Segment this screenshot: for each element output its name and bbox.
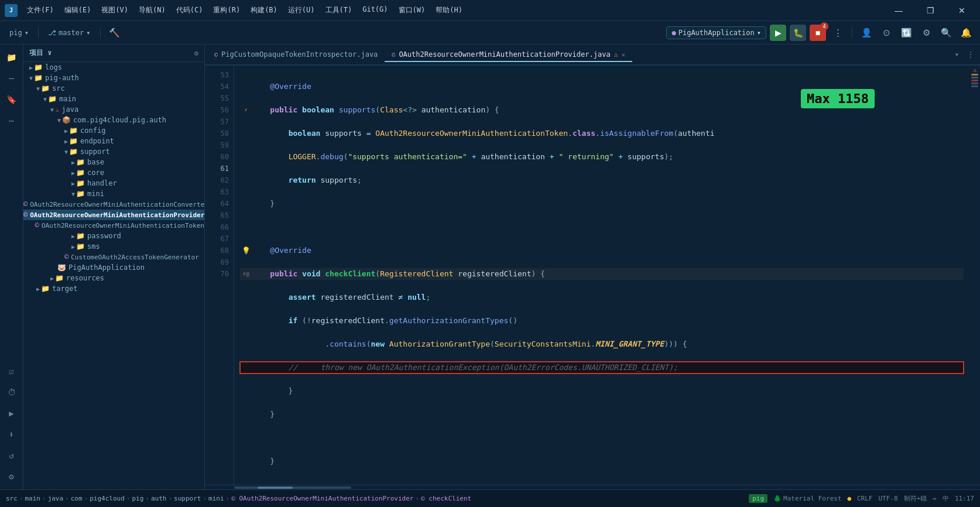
menu-code[interactable]: 代码(C) xyxy=(172,4,208,17)
tree-item-base[interactable]: ▶ 📁 base xyxy=(23,157,204,167)
arrow-icon: ▶ xyxy=(64,128,68,134)
tab-more-btn[interactable]: ⋮ xyxy=(964,49,978,60)
filetree-icon1[interactable]: ⚙ xyxy=(194,49,198,57)
tree-item-package[interactable]: ▼ 📦 com.pig4cloud.pig.auth xyxy=(23,115,204,125)
tree-label: mini xyxy=(87,190,104,198)
tree-item-core[interactable]: ▶ 📁 core xyxy=(23,167,204,178)
tree-item-main[interactable]: ▼ 📁 main xyxy=(23,94,204,104)
class-icon-selected: © xyxy=(23,211,28,219)
sidebar-icon-settings2[interactable]: ⚙ xyxy=(2,467,21,486)
gutter-61: ⚡@ xyxy=(240,268,252,280)
tree-item-src[interactable]: ▼ 📁 src xyxy=(23,83,204,94)
tab-introspector[interactable]: © PigCustomOpaqueTokenIntrospector.java xyxy=(207,48,385,62)
target-btn[interactable]: ⊙ xyxy=(878,25,895,41)
search-toolbar-btn[interactable]: 🔍 xyxy=(938,25,954,41)
bc-com: com xyxy=(71,495,83,502)
tree-label: logs xyxy=(45,63,62,71)
sidebar-icon-project[interactable]: 📁 xyxy=(2,48,21,67)
tree-item-provider[interactable]: © OAuth2ResourceOwnerMiniAuthenticationP… xyxy=(23,210,204,220)
tree-item-handler[interactable]: ▶ 📁 handler xyxy=(23,178,204,189)
horizontal-scrollbar[interactable] xyxy=(205,485,980,489)
menu-navigate[interactable]: 导航(N) xyxy=(134,4,170,17)
arrow-icon: ▶ xyxy=(36,286,40,292)
tree-label: sms xyxy=(87,242,100,251)
input-mode: 中 xyxy=(943,494,949,503)
tree-item-support[interactable]: ▼ 📁 support xyxy=(23,146,204,157)
close-button[interactable]: ✕ xyxy=(948,2,975,19)
tree-item-password[interactable]: ▶ 📁 password xyxy=(23,231,204,241)
tree-item-pig-app[interactable]: 🐷 PigAuthApplication xyxy=(23,262,204,273)
menu-help[interactable]: 帮助(H) xyxy=(431,4,467,17)
tree-label: java xyxy=(61,105,78,114)
sidebar-icon-download[interactable]: ⬇ xyxy=(2,425,21,444)
tree-label: base xyxy=(87,158,104,166)
tree-item-sms[interactable]: ▶ 📁 sms xyxy=(23,241,204,252)
filetree-header-icons: ⚙ xyxy=(194,49,198,57)
code-line-69: } xyxy=(240,455,964,467)
tab-provider[interactable]: © OAuth2ResourceOwnerMiniAuthenticationP… xyxy=(385,48,632,62)
tree-label: OAuth2ResourceOwnerMiniAuthenticationTok… xyxy=(42,222,204,229)
minimize-button[interactable]: — xyxy=(885,2,912,19)
run-config-selector[interactable]: ● PigAuthApplication ▾ xyxy=(666,26,766,39)
code-line-59 xyxy=(240,221,964,233)
menu-view[interactable]: 视图(V) xyxy=(97,4,133,17)
project-selector[interactable]: pig ▾ xyxy=(6,27,32,39)
sidebar-icon-bookmarks[interactable]: 🔖 xyxy=(2,90,21,109)
tree-item-resources[interactable]: ▶ 📁 resources xyxy=(23,273,204,283)
toolbar-build-btn[interactable]: 🔨 xyxy=(107,25,123,41)
tree-item-endpoint[interactable]: ▶ 📁 endpoint xyxy=(23,136,204,146)
tree-item-config[interactable]: ▶ 📁 config xyxy=(23,125,204,136)
menu-refactor[interactable]: 重构(R) xyxy=(208,4,245,17)
folder-icon: 📁 xyxy=(34,74,43,82)
menu-window[interactable]: 窗口(W) xyxy=(394,4,430,17)
folder-icon: 📁 xyxy=(76,158,85,166)
tree-item-token[interactable]: © OAuth2ResourceOwnerMiniAuthenticationT… xyxy=(23,220,204,231)
scroll-mark-5 xyxy=(971,85,978,87)
tree-item-token-generator[interactable]: © CustomeOAuth2AccessTokenGenerator xyxy=(23,252,204,262)
debug-button[interactable]: 🐛 xyxy=(790,25,806,41)
scrollbar-track xyxy=(234,487,351,489)
menu-run[interactable]: 运行(U) xyxy=(283,4,320,17)
class-icon: 🐷 xyxy=(57,263,66,272)
tree-item-mini[interactable]: ▼ 📁 mini xyxy=(23,189,204,199)
git-btn[interactable]: 🔃 xyxy=(898,25,914,41)
code-line-56: LOGGER.debug("supports authentication=" … xyxy=(240,151,964,163)
scrollbar-thumb[interactable] xyxy=(258,487,293,489)
tab-icon-1: © xyxy=(214,52,218,58)
notifications-btn[interactable]: 🔔 xyxy=(958,25,974,41)
ln-56: 56 xyxy=(205,104,229,116)
settings-btn[interactable]: ⚙ xyxy=(918,25,934,41)
run-button[interactable]: ▶ xyxy=(770,25,786,41)
menu-file[interactable]: 文件(F) xyxy=(22,4,59,17)
sidebar-icon-todo[interactable]: ☑ xyxy=(2,362,21,381)
tree-item-java[interactable]: ▼ ☕ java xyxy=(23,104,204,115)
sidebar-icon-structure[interactable]: ─ xyxy=(2,69,21,88)
menu-git[interactable]: Git(G) xyxy=(358,4,392,17)
tab-dropdown-btn[interactable]: ▾ xyxy=(951,49,962,60)
sidebar-icon-timer[interactable]: ⏱ xyxy=(2,383,21,402)
folder-icon: 📁 xyxy=(76,169,85,177)
arrow-icon: ▼ xyxy=(29,75,33,81)
sidebar-icons: 📁 ─ 🔖 ⋯ ☑ ⏱ ▶ ⬇ ↺ ⚙ xyxy=(0,44,23,489)
profile-btn[interactable]: 👤 xyxy=(858,25,875,41)
tab-close-btn[interactable]: ✕ xyxy=(622,52,625,58)
tree-item-target[interactable]: ▶ 📁 target xyxy=(23,283,204,294)
menu-build[interactable]: 构建(B) xyxy=(246,4,282,17)
more-options-btn[interactable]: ⋮ xyxy=(830,25,846,41)
tree-label: support xyxy=(80,148,110,156)
menu-edit[interactable]: 编辑(E) xyxy=(60,4,96,17)
sidebar-icon-refresh[interactable]: ↺ xyxy=(2,446,21,465)
sidebar-icon-more[interactable]: ⋯ xyxy=(2,111,21,130)
tree-label: target xyxy=(52,285,77,293)
branch-selector[interactable]: ⎇ master ▾ xyxy=(44,27,94,39)
code-line-67: } xyxy=(240,409,964,420)
code-line-63: if (!registeredClient.getAuthorizationGr… xyxy=(240,315,964,327)
tree-item-logs[interactable]: ▶ 📁 logs xyxy=(23,62,204,73)
tree-item-converter[interactable]: © OAuth2ResourceOwnerMiniAuthenticationC… xyxy=(23,199,204,210)
menu-tools[interactable]: 工具(T) xyxy=(321,4,357,17)
maximize-button[interactable]: ❐ xyxy=(917,2,944,19)
tree-item-pig-auth[interactable]: ▼ 📁 pig-auth xyxy=(23,73,204,83)
code-body-64: .contains(new AuthorizationGrantType(Sec… xyxy=(252,338,964,350)
sidebar-icon-run[interactable]: ▶ xyxy=(2,404,21,423)
code-content[interactable]: @Override ⚡ public boolean supports(Clas… xyxy=(234,66,969,485)
